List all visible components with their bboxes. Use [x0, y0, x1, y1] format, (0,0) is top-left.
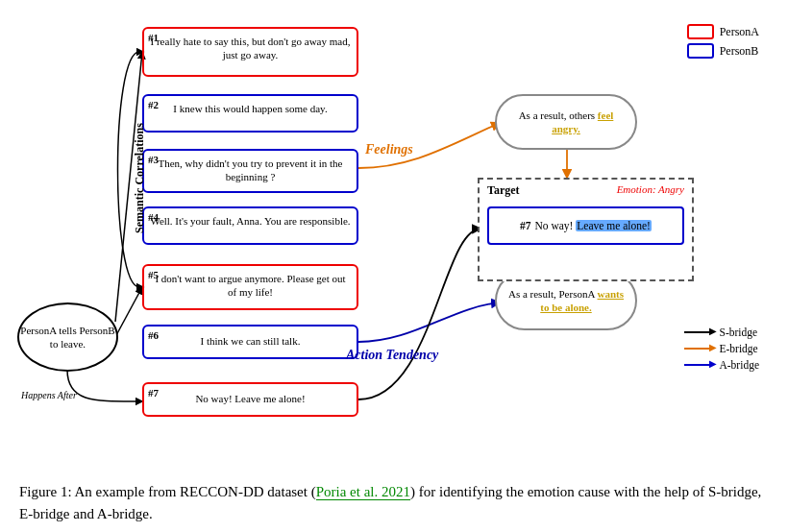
s-bridge-label: S-bridge: [719, 326, 757, 338]
utt-text-3: Then, why didn't you try to prevent it i…: [150, 157, 351, 184]
diagram: #1 I really hate to say this, but don't …: [0, 10, 788, 423]
bridge-item-s: S-bridge: [684, 326, 759, 338]
legend-box-red: [687, 24, 714, 39]
utterance-2: #2 I knew this would happen some day.: [142, 94, 358, 133]
target-inner-num: #7: [520, 220, 531, 231]
target-label: Target: [487, 183, 520, 198]
utt-num-5: #5: [148, 268, 159, 281]
a-bridge-label: A-bridge: [719, 359, 759, 371]
utt-text-6: I think we can still talk.: [150, 334, 351, 348]
target-inner-text: No way! Leave me alone!: [535, 220, 652, 231]
utt-text-1: I really hate to say this, but don't go …: [150, 35, 351, 62]
utt-num-7: #7: [148, 386, 159, 399]
caption-prefix: Figure 1: An example from RECCON-DD data…: [19, 484, 316, 499]
caption-link[interactable]: Poria et al. 2021: [316, 484, 410, 500]
utterance-5: #5 I don't want to argue anymore. Please…: [142, 264, 358, 310]
target-inner-box: #7 No way! Leave me alone!: [487, 206, 684, 245]
action-tendency-label: Action Tendency: [346, 348, 438, 363]
legend-item-persona: PersonA: [687, 24, 759, 39]
legend-label-persona: PersonA: [720, 25, 759, 39]
bridge-item-e: E-bridge: [684, 343, 759, 354]
bridge-legend: S-bridge E-bridge A-bridge: [684, 326, 759, 375]
s-bridge-line: [684, 331, 713, 333]
happens-after-label: Happens After: [21, 390, 77, 400]
utt-num-4: #4: [148, 210, 159, 224]
legend-box-blue: [687, 43, 714, 59]
utt-text-5: I don't want to argue anymore. Please ge…: [150, 272, 351, 300]
utterance-4: #4 Well. It's your fault, Anna. You are …: [142, 206, 358, 245]
utt-num-2: #2: [148, 98, 159, 111]
emotion-label: Emotion: Angry: [617, 183, 684, 195]
main-container: #1 I really hate to say this, but don't …: [0, 0, 788, 532]
bridge-item-a: A-bridge: [684, 359, 759, 371]
utt-num-3: #3: [148, 153, 159, 166]
left-ellipse: PersonA tells PersonB to leave.: [17, 302, 118, 372]
cloud-angry: As a result, others feel angry.: [495, 94, 637, 150]
utt-text-7: No way! Leave me alone!: [150, 392, 351, 405]
cloud-angry-text: As a result, others feel angry.: [505, 109, 628, 136]
utt-num-6: #6: [148, 328, 159, 342]
utt-num-1: #1: [148, 31, 159, 44]
left-ellipse-text: PersonA tells PersonB to leave.: [19, 324, 116, 351]
cloud-alone-text: As a result, PersonA wants to be alone.: [505, 287, 628, 315]
svg-line-3: [115, 287, 142, 337]
target-box: Target Emotion: Angry #7 No way! Leave m…: [478, 178, 694, 281]
utterance-7: #7 No way! Leave me alone!: [142, 382, 358, 417]
legend-label-personb: PersonB: [720, 44, 759, 59]
semantic-correlations-label: Semantic Correlations: [133, 123, 147, 233]
utterance-1: #1 I really hate to say this, but don't …: [142, 27, 358, 77]
e-bridge-line: [684, 348, 713, 350]
utterance-3: #3 Then, why didn't you try to prevent i…: [142, 149, 358, 193]
utt-text-2: I knew this would happen some day.: [150, 102, 351, 115]
a-bridge-line: [684, 364, 713, 366]
legend: PersonA PersonB: [687, 24, 759, 62]
utterance-6: #6 I think we can still talk.: [142, 325, 358, 359]
legend-item-personb: PersonB: [687, 43, 759, 59]
e-bridge-label: E-bridge: [719, 343, 757, 354]
utt-text-4: Well. It's your fault, Anna. You are res…: [150, 214, 351, 228]
feelings-label: Feelings: [365, 142, 413, 157]
caption: Figure 1: An example from RECCON-DD data…: [19, 481, 769, 524]
